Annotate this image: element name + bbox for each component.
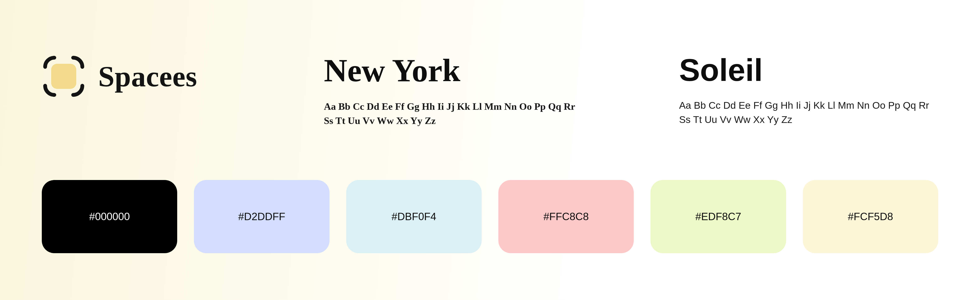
color-swatch: #D2DDFF: [194, 180, 329, 253]
color-swatch-row: #000000 #D2DDFF #DBF0F4 #FFC8C8 #EDF8C7 …: [42, 180, 938, 253]
swatch-hex: #DBF0F4: [391, 211, 436, 223]
alphabet-line: Aa Bb Cc Dd Ee Ff Gg Hh Ii Jj Kk Ll Mm N…: [324, 101, 575, 112]
swatch-hex: #000000: [89, 211, 130, 223]
typeface-serif-block: New York Aa Bb Cc Dd Ee Ff Gg Hh Ii Jj K…: [324, 54, 679, 128]
color-swatch: #FFC8C8: [498, 180, 634, 253]
color-swatch: #FCF5D8: [803, 180, 938, 253]
typeface-serif-name: New York: [324, 54, 679, 87]
brand-styleguide-canvas: Spacees New York Aa Bb Cc Dd Ee Ff Gg Hh…: [0, 0, 980, 300]
typeface-sans-name: Soleil: [679, 54, 938, 86]
color-swatch: #EDF8C7: [651, 180, 786, 253]
alphabet-line: Aa Bb Cc Dd Ee Ff Gg Hh Ii Jj Kk Ll Mm N…: [679, 100, 929, 111]
alphabet-line: Ss Tt Uu Vv Ww Xx Yy Zz: [679, 114, 792, 125]
swatch-hex: #FFC8C8: [544, 211, 589, 223]
swatch-hex: #FCF5D8: [848, 211, 893, 223]
top-row: Spacees New York Aa Bb Cc Dd Ee Ff Gg Hh…: [42, 54, 938, 128]
color-swatch: #000000: [42, 180, 177, 253]
logo-bracket-icon: [42, 54, 86, 98]
color-swatch: #DBF0F4: [346, 180, 482, 253]
typeface-sans-block: Soleil Aa Bb Cc Dd Ee Ff Gg Hh Ii Jj Kk …: [679, 54, 938, 127]
swatch-hex: #D2DDFF: [238, 211, 285, 223]
typeface-serif-alphabet: Aa Bb Cc Dd Ee Ff Gg Hh Ii Jj Kk Ll Mm N…: [324, 99, 606, 128]
alphabet-line: Ss Tt Uu Vv Ww Xx Yy Zz: [324, 115, 436, 126]
brand-block: Spacees: [42, 54, 324, 98]
typeface-sans-alphabet: Aa Bb Cc Dd Ee Ff Gg Hh Ii Jj Kk Ll Mm N…: [679, 98, 938, 127]
swatch-hex: #EDF8C7: [695, 211, 741, 223]
brand-name: Spacees: [98, 60, 197, 93]
brand-logo: [42, 54, 86, 98]
